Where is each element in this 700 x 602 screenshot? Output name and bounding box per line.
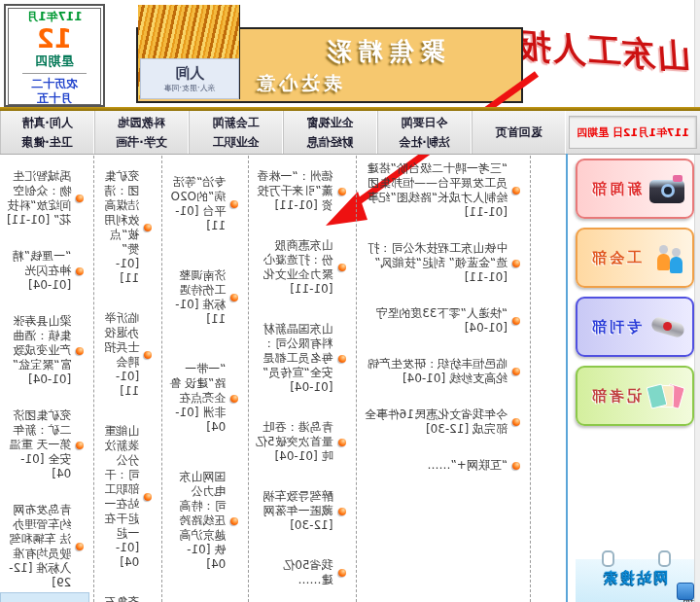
- calendar-weekday: 星期四: [36, 53, 74, 70]
- calendar-day: 12: [37, 26, 72, 52]
- bullet-icon: [338, 508, 346, 515]
- dept-button-0[interactable]: 新闻部: [576, 159, 694, 219]
- news-item-text: “互联网+”……: [428, 458, 508, 473]
- bullet-icon: [512, 462, 520, 470]
- news-item-text: 中铁山东工程技术公司：打造“金蓝领” 刮起“技能风” [01-11]: [363, 241, 508, 285]
- ring-hole-icon: [658, 550, 671, 567]
- bullet-icon: [76, 195, 84, 202]
- news-item[interactable]: 齐鲁石化：沥青产销突破100万吨 [01-04]: [100, 595, 152, 602]
- bullet-icon: [338, 355, 346, 363]
- bullet-icon: [230, 517, 238, 525]
- scroll-icon: [649, 311, 684, 342]
- news-item-text: 青岛港：吞吐量首次突破5亿吨 [01-04]: [255, 420, 332, 464]
- news-item[interactable]: 今年我省文化惠民16件事全部完成 [12-30]: [363, 407, 520, 437]
- nav-item-label: 企业视窗: [307, 115, 354, 131]
- nav-item-label: 今日要闻: [402, 115, 448, 131]
- news-item[interactable]: 山东惠商股份：打造凝心聚力企业文化 [01-11]: [255, 238, 345, 297]
- news-item-text: “快递人”零下33度的坚守 [01-04]: [363, 306, 508, 336]
- news-item[interactable]: “一厘钱”精神在闪光 [01-04]: [6, 249, 84, 293]
- news-item[interactable]: 兖矿集团：清洁煤高效利用被“点赞” [01-11]: [100, 169, 152, 286]
- nav-item-2[interactable]: 企业视窗财经信息: [283, 111, 377, 154]
- news-item[interactable]: 济南调整工伤待遇标准 [01-11]: [168, 268, 238, 327]
- news-item[interactable]: 禹城智汇生物：众创空间绽放“科技花” [01-11]: [6, 169, 84, 228]
- news-item-text: 临邑恒丰纺织：研发生产锦纶高支纱线 [01-04]: [363, 357, 508, 386]
- bullet-icon: [512, 368, 520, 375]
- news-item[interactable]: “快递人”零下33度的坚守 [01-04]: [363, 306, 520, 336]
- dept-button-label: 记者部: [589, 387, 642, 406]
- navbar-date: 117年1月12日 星期四: [569, 116, 697, 149]
- news-item[interactable]: 临邑恒丰纺织：研发生产锦纶高支纱线 [01-04]: [363, 357, 520, 386]
- news-item[interactable]: 醉驾导致车祸 藏匿一年落网 [12-30]: [255, 489, 345, 533]
- nav-item-1[interactable]: 今日要闻法制·社会: [377, 111, 472, 154]
- nav-item-3[interactable]: 工会新闻企业职工: [189, 111, 283, 154]
- banner-inset-photo[interactable]: 人间 亲人·朋友·同事: [140, 58, 239, 99]
- news-item[interactable]: 德州：“一株香薰”引来千万投资 [01-11]: [255, 169, 345, 213]
- bullet-icon: [76, 543, 84, 550]
- news-item-text: 青岛发布网约车管理办法 车辆和驾驶员均有准入标准 [12-29]: [6, 503, 71, 590]
- news-item-text: 专治“等活病”的O2O平台 [01-11]: [168, 175, 226, 233]
- left-sidebar: 新闻部工会部专刊部记者部 网站搜索 搜索： 查询: [566, 154, 700, 602]
- calendar-widget: 117年1月 12 星期四 农历十二 月十五: [4, 4, 105, 107]
- calendar-lunar-2: 月十五: [37, 91, 72, 105]
- news-item[interactable]: 青岛发布网约车管理办法 车辆和驾驶员均有准入标准 [12-29]: [6, 503, 84, 590]
- dept-button-label: 专刊部: [589, 318, 642, 336]
- news-item[interactable]: 兖矿集团济二矿：新年第一天 重温安全 [01-04]: [6, 408, 84, 481]
- dept-button-1[interactable]: 工会部: [576, 228, 694, 288]
- nav-item-0[interactable]: 返回首页: [472, 111, 566, 154]
- main-navbar: 117年1月12日 星期四 返回首页今日要闻法制·社会企业视窗财经信息工会新闻企…: [0, 111, 700, 155]
- bottom-edge-bar: [0, 592, 89, 602]
- news-item[interactable]: 山东国晶新材料有限公司：每名员工都是安全“宣传员” [01-04]: [255, 322, 345, 395]
- dept-button-3[interactable]: 记者部: [576, 366, 694, 426]
- news-item-text: 山东国晶新材料有限公司：每名员工都是安全“宣传员” [01-04]: [255, 322, 332, 395]
- nav-item-sublabel: 财经信息: [307, 134, 354, 151]
- news-item-text: 临沂举办退役士兵招聘会 [01-11]: [100, 311, 139, 399]
- calendar-divider: [22, 73, 87, 74]
- news-item[interactable]: 梁山县寿张集镇：酒曲产业变成致富“聚宝盆” [01-04]: [6, 314, 84, 387]
- bullet-icon: [338, 439, 346, 446]
- nav-item-5[interactable]: 人间·真情卫生·健康: [0, 111, 94, 154]
- news-item[interactable]: 山能重装新汶分公司：干部职工站在一起干在一起 [01-04]: [100, 424, 152, 570]
- news-item[interactable]: “一带一路”建设 鲁企亮点在非洲 [01-04]: [168, 362, 238, 435]
- news-item[interactable]: 我省50亿建……: [255, 558, 345, 587]
- nav-item-sublabel: 文学·书画: [116, 134, 167, 151]
- news-item[interactable]: 国网山东电力公司：特高压线路跨越京沪高铁 [01-04]: [168, 470, 238, 572]
- bullet-icon: [338, 264, 346, 271]
- dept-button-label: 工会部: [589, 249, 642, 267]
- calendar-lunar-1: 农历十二: [31, 77, 78, 90]
- dept-buttons: 新闻部工会部专刊部记者部: [568, 159, 700, 426]
- bullet-icon: [144, 493, 152, 501]
- news-item-text: 梁山县寿张集镇：酒曲产业变成致富“聚宝盆” [01-04]: [6, 314, 71, 387]
- news-item[interactable]: 青岛港：吞吐量首次突破5亿吨 [01-04]: [255, 420, 345, 464]
- bullet-icon: [338, 188, 346, 195]
- news-column-2: 德州：“一株香薰”引来千万投资 [01-11]山东惠商股份：打造凝心聚力企业文化…: [249, 156, 356, 602]
- news-column-3: 专治“等活病”的O2O平台 [01-11]济南调整工伤待遇标准 [01-11]“…: [162, 156, 249, 602]
- promo-banner[interactable]: 聚焦精彩 表达心意 人间 亲人·朋友·同事: [136, 27, 523, 103]
- news-item-text: “三考一聘十二级台阶”搭建员工发展平台——恒邦集团绘制人才成长“路线图”纪事 […: [363, 161, 508, 220]
- search-title: 网站搜索: [602, 569, 668, 587]
- bullet-icon: [512, 317, 520, 325]
- news-column-5: 禹城智汇生物：众创空间绽放“科技花” [01-11]“一厘钱”精神在闪光 [01…: [0, 156, 94, 602]
- nav-item-4[interactable]: 科教园地文学·书画: [94, 111, 189, 154]
- bullet-icon: [512, 187, 520, 195]
- news-item-text: 醉驾导致车祸 藏匿一年落网 [12-30]: [255, 489, 332, 533]
- inset-title: 人间: [175, 64, 204, 83]
- dept-button-2[interactable]: 专刊部: [576, 297, 694, 357]
- news-column-4: 兖矿集团：清洁煤高效利用被“点赞” [01-11]临沂举办退役士兵招聘会 [01…: [94, 156, 162, 602]
- news-item[interactable]: 专治“等活病”的O2O平台 [01-11]: [168, 175, 238, 233]
- cards-icon: [649, 380, 684, 411]
- news-item[interactable]: “三考一聘十二级台阶”搭建员工发展平台——恒邦集团绘制人才成长“路线图”纪事 […: [363, 161, 520, 220]
- dept-button-label: 新闻部: [589, 180, 642, 198]
- news-item[interactable]: “互联网+”……: [363, 458, 520, 473]
- corner-blue-icon[interactable]: [677, 583, 694, 600]
- news-item-text: “一厘钱”精神在闪光 [01-04]: [6, 249, 71, 293]
- news-item[interactable]: 临沂举办退役士兵招聘会 [01-11]: [100, 311, 152, 399]
- bullet-icon: [144, 351, 152, 359]
- news-item-text: 济南调整工伤待遇标准 [01-11]: [168, 268, 226, 327]
- mirrored-screenshot: 山东工人报 聚焦精彩 表达心意 人间 亲人·朋友·同事 117年1月 12 星期…: [0, 0, 700, 602]
- nav-item-label: 工会新闻: [213, 115, 260, 131]
- news-item-text: 齐鲁石化：沥青产销突破100万吨 [01-04]: [100, 595, 139, 602]
- news-item-text: 山能重装新汶分公司：干部职工站在一起干在一起 [01-04]: [100, 424, 139, 570]
- news-item[interactable]: 中铁山东工程技术公司：打造“金蓝领” 刮起“技能风” [01-11]: [363, 241, 520, 285]
- bullet-icon: [230, 294, 238, 301]
- news-item-text: 今年我省文化惠民16件事全部完成 [12-30]: [363, 407, 508, 437]
